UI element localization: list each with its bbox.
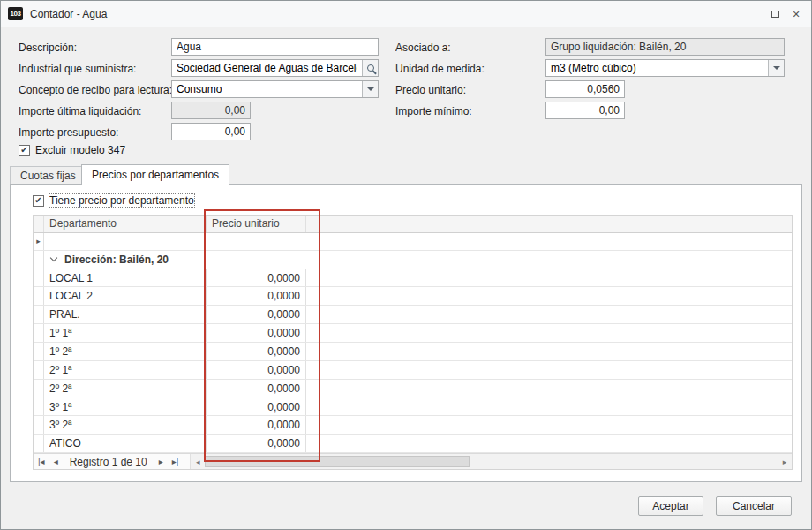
row-indicator-cell	[34, 306, 44, 323]
departamento-cell[interactable]: ATICO	[44, 435, 207, 452]
departamento-cell[interactable]: LOCAL 1	[44, 269, 207, 287]
close-icon: ✕	[792, 9, 800, 20]
row-indicator-cell	[34, 324, 44, 342]
row-filler	[306, 416, 792, 434]
row-indicator-cell: ▸	[34, 233, 44, 250]
horizontal-scrollbar[interactable]: ◂ ▸	[190, 454, 792, 469]
scroll-right-icon[interactable]: ▸	[778, 458, 792, 466]
departamento-cell[interactable]: 1º 1ª	[44, 324, 207, 342]
scroll-left-icon[interactable]: ◂	[191, 458, 205, 466]
table-row: 1º 1ª 0,0000	[34, 324, 792, 343]
unidad-combo	[545, 59, 785, 77]
tab-precios-departamentos[interactable]: Precios por departamentos	[81, 164, 229, 185]
precio-cell[interactable]: 0,0000	[207, 343, 306, 360]
aceptar-button[interactable]: Aceptar	[638, 496, 703, 516]
table-row: 2º 1ª 0,0000	[34, 361, 792, 380]
cancelar-button[interactable]: Cancelar	[716, 496, 792, 516]
dialog-window: 103 Contador - Agua ✕ Descripción: Indus…	[0, 0, 812, 530]
group-row[interactable]: Dirección: Bailén, 20	[34, 251, 792, 269]
group-label: Dirección: Bailén, 20	[64, 254, 169, 266]
tab-cuotas-fijas[interactable]: Cuotas fijas	[10, 166, 86, 185]
importe-minimo-label: Importe mínimo:	[395, 105, 472, 117]
row-indicator-cell	[34, 361, 44, 379]
checkbox-box[interactable]: ✔	[33, 195, 44, 207]
tiene-precio-checkbox[interactable]: ✔ Tiene precio por departamento	[33, 194, 194, 207]
precio-unitario-label: Precio unitario:	[395, 84, 466, 96]
row-indicator-cell	[34, 287, 44, 305]
industrial-label: Industrial que suministra:	[19, 63, 136, 75]
check-icon: ✔	[20, 146, 27, 155]
descripcion-input[interactable]	[171, 38, 379, 56]
table-row: 1º 2ª 0,0000	[34, 343, 792, 361]
checkbox-box[interactable]: ✔	[19, 145, 30, 156]
importe-minimo-input[interactable]	[545, 102, 625, 119]
group-cell[interactable]: Dirección: Bailén, 20	[44, 251, 792, 269]
grid-header: Departamento Precio unitario	[34, 216, 792, 233]
descripcion-label: Descripción:	[19, 42, 77, 54]
excluir-347-checkbox[interactable]: ✔ Excluir modelo 347	[19, 144, 125, 156]
unidad-dropdown-button[interactable]	[768, 60, 784, 76]
record-navigator: |◂ ◂ Registro 1 de 10 ▸ ▸| ◂ ▸	[34, 453, 792, 469]
nav-next-button[interactable]: ▸	[154, 457, 168, 466]
row-filler	[306, 435, 792, 452]
asociado-input	[545, 38, 785, 56]
precio-cell[interactable]: 0,0000	[207, 306, 306, 323]
close-button[interactable]: ✕	[786, 5, 806, 23]
row-indicator-cell	[34, 435, 44, 452]
empty-row: ▸	[34, 233, 792, 251]
record-status: Registro 1 de 10	[63, 456, 154, 468]
concepto-combo	[171, 80, 379, 98]
row-indicator-cell	[34, 251, 44, 269]
precio-cell[interactable]: 0,0000	[207, 287, 306, 305]
check-icon: ✔	[34, 196, 41, 205]
departamento-cell[interactable]: 3º 2ª	[44, 416, 207, 434]
restore-icon	[771, 11, 779, 18]
nav-prev-button[interactable]: ◂	[49, 457, 63, 466]
column-header-departamento[interactable]: Departamento	[44, 216, 207, 232]
search-icon	[367, 64, 374, 72]
precio-cell[interactable]: 0,0000	[207, 269, 306, 287]
row-filler	[306, 343, 792, 360]
scrollbar-track[interactable]	[205, 454, 778, 469]
precio-unitario-input[interactable]	[545, 80, 625, 98]
scrollbar-thumb[interactable]	[205, 456, 470, 467]
precio-cell[interactable]: 0,0000	[207, 398, 306, 416]
industrial-lookup-button[interactable]	[362, 60, 378, 76]
concepto-input[interactable]	[172, 81, 362, 97]
departamento-cell[interactable]: LOCAL 2	[44, 287, 207, 305]
table-row: LOCAL 1 0,0000	[34, 269, 792, 288]
departamento-cell[interactable]: PRAL.	[44, 306, 207, 323]
departments-grid: Departamento Precio unitario ▸ Dirección…	[33, 215, 793, 470]
precio-cell[interactable]: 0,0000	[207, 380, 306, 398]
row-filler	[44, 233, 792, 250]
departamento-cell[interactable]: 2º 2ª	[44, 380, 207, 398]
departamento-cell[interactable]: 2º 1ª	[44, 361, 207, 379]
row-filler	[306, 380, 792, 398]
app-icon: 103	[8, 7, 23, 20]
row-indicator-cell	[34, 343, 44, 360]
column-header-precio-unitario[interactable]: Precio unitario	[207, 216, 306, 232]
importe-ultima-label: Importe última liquidación:	[19, 105, 141, 117]
precio-cell[interactable]: 0,0000	[207, 324, 306, 342]
precio-cell[interactable]: 0,0000	[207, 416, 306, 434]
precio-cell[interactable]: 0,0000	[207, 435, 306, 452]
precio-cell[interactable]: 0,0000	[207, 361, 306, 379]
table-row: 3º 2ª 0,0000	[34, 416, 792, 435]
nav-last-button[interactable]: ▸|	[168, 457, 184, 466]
nav-first-button[interactable]: |◂	[34, 457, 49, 466]
importe-presupuesto-input[interactable]	[171, 123, 251, 140]
unidad-input[interactable]	[546, 60, 768, 76]
title-bar[interactable]: 103 Contador - Agua ✕	[1, 1, 811, 27]
industrial-input[interactable]	[172, 60, 362, 76]
departamento-cell[interactable]: 1º 2ª	[44, 343, 207, 360]
concepto-label: Concepto de recibo para lectura:	[19, 84, 172, 96]
table-row: ATICO 0,0000	[34, 435, 792, 453]
row-filler	[306, 287, 792, 305]
restore-button[interactable]	[765, 5, 785, 23]
concepto-dropdown-button[interactable]	[362, 81, 378, 97]
departamento-cell[interactable]: 3º 1ª	[44, 398, 207, 416]
row-indicator-cell	[34, 416, 44, 434]
row-filler	[306, 361, 792, 379]
indicator-header-cell	[34, 216, 44, 232]
table-row: 2º 2ª 0,0000	[34, 380, 792, 398]
